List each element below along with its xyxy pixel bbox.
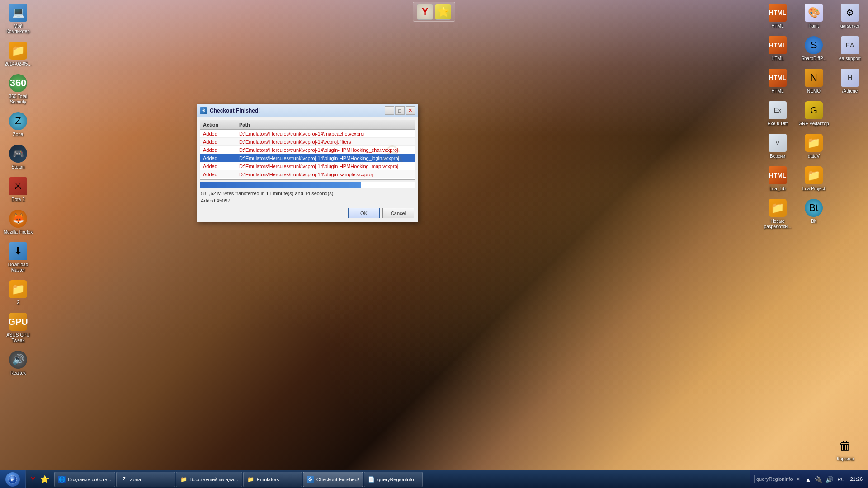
- dialog-title-text: Checkout Finished!: [210, 108, 260, 114]
- cell-path: D:\Emulators\Hercules\trunk\vcproj-14\pl…: [236, 171, 415, 178]
- cell-action: Added: [200, 147, 236, 153]
- table-row-highlighted[interactable]: Added D:\Emulators\Hercules\trunk\vcproj…: [200, 154, 415, 162]
- svg-text:⊞: ⊞: [11, 478, 14, 482]
- col-header-path: Path: [236, 121, 408, 128]
- system-tray: queryRegionInfo ✕ ▲ 🔌 🔊 RU 21:26: [750, 470, 868, 488]
- taskbar-item-emulators-label: Emulators: [257, 477, 279, 482]
- dialog-title-left: ⚙ Checkout Finished!: [200, 107, 260, 114]
- checkout-dialog: ⚙ Checkout Finished! ─ □ ✕ Action Path: [197, 104, 418, 222]
- taskbar-item-zona-create-icon: 🌐: [58, 476, 66, 483]
- dialog-overlay: ⚙ Checkout Finished! ─ □ ✕ Action Path: [0, 0, 868, 488]
- progress-bar: [200, 182, 361, 188]
- cell-action-highlighted: Added: [200, 155, 236, 161]
- taskbar-item-emulators[interactable]: 📁 Emulators: [243, 472, 302, 487]
- dialog-ok-button[interactable]: OK: [348, 208, 380, 218]
- tray-language[interactable]: RU: [836, 476, 847, 483]
- col-header-action: Action: [200, 121, 236, 128]
- taskbar-item-query-icon: 📄: [368, 476, 375, 483]
- cell-path-highlighted: D:\Emulators\Hercules\trunk\vcproj-14\pl…: [236, 155, 415, 161]
- cell-path: D:\Emulators\Hercules\trunk\vcproj-14\vc…: [236, 139, 415, 145]
- tray-time-value: 21:26: [850, 476, 863, 482]
- taskbar-item-checkout-label: Checkout Finished!: [316, 477, 359, 482]
- table-row[interactable]: Added D:\Emulators\Hercules\trunk\zlib1.…: [200, 178, 415, 179]
- taskbar: ⊞ Y ⭐ 🌐 Создание собств... Z Zona 📁 Восс…: [0, 470, 868, 488]
- cell-action: Added: [200, 171, 236, 178]
- taskbar-item-zona-label: Zona: [130, 477, 141, 482]
- taskbar-items: 🌐 Создание собств... Z Zona 📁 Восставший…: [52, 470, 750, 488]
- dialog-minimize-btn[interactable]: ─: [385, 106, 394, 115]
- dialog-body: Action Path Added D:\Emulators\Hercules\…: [197, 117, 418, 222]
- table-header: Action Path: [200, 120, 415, 130]
- taskbar-item-checkout-icon: ⚙: [307, 476, 314, 483]
- tray-arrow-icon[interactable]: ▲: [804, 475, 812, 484]
- quick-launch: Y ⭐: [26, 470, 52, 488]
- tray-network-icon[interactable]: 🔌: [814, 475, 823, 484]
- ql-yandex-icon[interactable]: Y: [28, 474, 38, 485]
- taskbar-item-vosstaniv-label: Восставший из ада...: [189, 477, 238, 482]
- table-row[interactable]: Added D:\Emulators\Hercules\trunk\vcproj…: [200, 130, 415, 138]
- taskbar-item-vosstaniv[interactable]: 📁 Восставший из ада...: [176, 472, 242, 487]
- dialog-cancel-button[interactable]: Cancel: [382, 208, 414, 218]
- cell-path: D:\Emulators\Hercules\trunk\vcproj-14\ma…: [236, 131, 415, 137]
- start-button[interactable]: ⊞: [0, 470, 26, 488]
- taskbar-item-checkout[interactable]: ⚙ Checkout Finished!: [303, 472, 363, 487]
- dialog-title-icon: ⚙: [200, 107, 207, 114]
- cell-path: D:\Emulators\Hercules\trunk\zlib1.dll: [236, 179, 415, 180]
- dialog-restore-btn[interactable]: □: [395, 106, 405, 115]
- progress-bar-container: [200, 182, 415, 188]
- tray-volume-icon[interactable]: 🔊: [825, 475, 834, 484]
- start-orb: ⊞: [5, 472, 20, 487]
- table-scroll-wrapper: Added D:\Emulators\Hercules\trunk\vcproj…: [200, 130, 415, 179]
- tray-notification-label[interactable]: queryRegionInfo ✕: [754, 475, 802, 483]
- dialog-titlebar: ⚙ Checkout Finished! ─ □ ✕: [197, 104, 418, 117]
- table-row[interactable]: Added D:\Emulators\Hercules\trunk\vcproj…: [200, 170, 415, 178]
- taskbar-item-zona[interactable]: Z Zona: [116, 472, 175, 487]
- tray-icons: ▲ 🔌 🔊: [804, 475, 834, 484]
- transfer-status: 581,62 MBytes transferred in 11 minute(s…: [200, 191, 415, 196]
- table-row[interactable]: Added D:\Emulators\Hercules\trunk\vcproj…: [200, 162, 415, 170]
- tray-notification-text: queryRegionInfo: [756, 476, 793, 482]
- checkout-table: Action Path Added D:\Emulators\Hercules\…: [200, 120, 415, 180]
- cell-action: Added: [200, 163, 236, 169]
- tray-notification-close[interactable]: ✕: [796, 476, 800, 482]
- table-row[interactable]: Added D:\Emulators\Hercules\trunk\vcproj…: [200, 146, 415, 154]
- dialog-button-row: OK Cancel: [200, 207, 415, 219]
- cell-action: Added: [200, 179, 236, 180]
- col-header-scroll-space: [408, 121, 415, 128]
- cell-action: Added: [200, 131, 236, 137]
- table-scroll-area[interactable]: Added D:\Emulators\Hercules\trunk\vcproj…: [200, 130, 415, 179]
- dialog-window-controls: ─ □ ✕: [385, 106, 415, 115]
- dialog-close-btn[interactable]: ✕: [406, 106, 415, 115]
- taskbar-item-zona-icon: Z: [120, 476, 127, 483]
- taskbar-item-zona-create[interactable]: 🌐 Создание собств...: [54, 472, 115, 487]
- cell-path: D:\Emulators\Hercules\trunk\vcproj-14\pl…: [236, 147, 415, 153]
- tray-clock[interactable]: 21:26: [848, 475, 864, 483]
- taskbar-item-emulators-icon: 📁: [247, 476, 255, 483]
- cell-action: Added: [200, 139, 236, 145]
- cell-path: D:\Emulators\Hercules\trunk\vcproj-14\pl…: [236, 163, 415, 169]
- ql-favorites-icon[interactable]: ⭐: [39, 474, 50, 485]
- taskbar-item-zona-create-label: Создание собств...: [68, 477, 111, 482]
- added-count: Added:45097: [200, 198, 415, 203]
- table-row[interactable]: Added D:\Emulators\Hercules\trunk\vcproj…: [200, 138, 415, 146]
- taskbar-item-query[interactable]: 📄 queryRegionInfo: [364, 472, 423, 487]
- taskbar-item-query-label: queryRegionInfo: [377, 477, 414, 482]
- taskbar-item-vosstaniv-icon: 📁: [180, 476, 187, 483]
